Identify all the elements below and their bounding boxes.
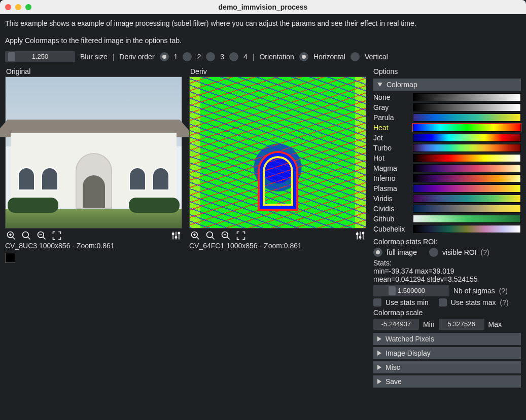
colormap-row-inferno[interactable]: Inferno — [373, 174, 521, 183]
stats-line-1: min=-39.374 max=39.019 — [373, 267, 521, 275]
save-header[interactable]: Save — [373, 375, 521, 388]
colormap-row-none[interactable]: None — [373, 93, 521, 102]
colormap-gradient — [413, 215, 521, 223]
save-label: Save — [385, 377, 402, 386]
colormap-row-parula[interactable]: Parula — [373, 113, 521, 122]
zoom-out-icon[interactable] — [221, 231, 231, 241]
nsigmas-value: 1.500000 — [373, 287, 449, 294]
roi-visible-radio[interactable] — [429, 248, 438, 257]
deriv-order-4-label: 4 — [243, 53, 248, 61]
colormap-row-heat[interactable]: Heat — [373, 123, 521, 132]
intro-line-2: Apply Colormaps to the filtered image in… — [5, 35, 521, 46]
original-toolbar — [5, 228, 182, 242]
orientation-vertical-label: Vertical — [365, 53, 388, 61]
colormap-list: NoneGrayParulaHeatJetTurboHotMagmaInfern… — [373, 93, 521, 234]
colormap-row-jet[interactable]: Jet — [373, 133, 521, 142]
nsigmas-label: Nb of sigmas — [453, 287, 495, 295]
chevron-right-icon — [377, 351, 381, 356]
stats-line-2: mean=0.041294 stdev=3.524155 — [373, 275, 521, 283]
window-title: demo_immvision_process — [0, 3, 526, 11]
blur-size-slider[interactable]: 1.250 — [5, 51, 75, 62]
zoom-in-icon[interactable] — [6, 231, 16, 241]
settings-icon[interactable] — [171, 231, 181, 241]
colormap-gradient — [413, 164, 521, 172]
deriv-order-1-radio[interactable] — [160, 52, 169, 61]
colormap-gradient — [413, 225, 521, 233]
colormap-name: None — [373, 93, 413, 101]
stats-label: Stats: — [373, 259, 521, 267]
watched-pixels-header[interactable]: Watched Pixels — [373, 333, 521, 345]
svg-point-28 — [359, 236, 361, 238]
svg-line-7 — [43, 237, 46, 239]
help-icon[interactable]: (?) — [481, 248, 489, 256]
image-display-label: Image Display — [385, 349, 431, 357]
chevron-right-icon — [377, 336, 381, 341]
colormap-gradient — [413, 93, 521, 101]
roi-label: Colormap stats ROI: — [373, 238, 521, 246]
zoom-reset-icon[interactable] — [205, 231, 216, 241]
orientation-horizontal-radio[interactable] — [299, 52, 308, 61]
colormap-row-turbo[interactable]: Turbo — [373, 143, 521, 152]
blur-size-value: 1.250 — [5, 53, 75, 60]
colormap-row-cubehelix[interactable]: Cubehelix — [373, 224, 521, 234]
colormap-name: Cubehelix — [373, 225, 413, 233]
zoom-in-icon[interactable] — [190, 231, 200, 241]
colormap-section-header[interactable]: Colormap — [373, 79, 521, 91]
image-display-header[interactable]: Image Display — [373, 347, 521, 359]
deriv-order-2-radio[interactable] — [183, 52, 192, 61]
options-panel: Options Colormap NoneGrayParulaHeatJetTu… — [373, 67, 521, 390]
deriv-image[interactable] — [189, 77, 366, 228]
nsigmas-slider[interactable]: 1.500000 — [373, 285, 449, 296]
use-stats-min-check[interactable] — [373, 298, 381, 307]
use-stats-max-check[interactable] — [439, 298, 447, 307]
help-icon[interactable]: (?) — [500, 298, 509, 307]
svg-line-16 — [197, 237, 199, 239]
deriv-pane: Deriv CV_64FC1 1000x856 - Zoom:0.861 — [189, 67, 366, 250]
colormap-gradient — [413, 103, 521, 111]
original-status: CV_8UC3 1000x856 - Zoom:0.861 — [5, 242, 182, 250]
colormap-row-hot[interactable]: Hot — [373, 154, 521, 163]
deriv-order-3-radio[interactable] — [206, 52, 215, 61]
zoom-out-icon[interactable] — [37, 231, 47, 241]
chevron-right-icon — [377, 379, 381, 384]
fit-icon[interactable] — [52, 231, 62, 241]
colormap-row-magma[interactable]: Magma — [373, 164, 521, 173]
svg-point-19 — [207, 232, 213, 238]
colormap-row-viridis[interactable]: Viridis — [373, 194, 521, 203]
original-image[interactable] — [5, 77, 182, 228]
original-pane: Original — [5, 67, 182, 263]
use-stats-min-label: Use stats min — [385, 298, 429, 307]
svg-line-5 — [28, 237, 30, 239]
zoom-reset-icon[interactable] — [21, 231, 31, 241]
deriv-order-3-label: 3 — [220, 53, 224, 61]
deriv-toolbar — [189, 228, 366, 242]
colormap-gradient — [413, 195, 521, 203]
separator-icon: | — [113, 53, 115, 61]
deriv-order-4-radio[interactable] — [229, 52, 238, 61]
colormap-name: Cividis — [373, 205, 413, 213]
svg-point-13 — [175, 236, 177, 238]
help-icon[interactable]: (?) — [499, 287, 508, 295]
orientation-label: Orientation — [259, 53, 294, 61]
deriv-status: CV_64FC1 1000x856 - Zoom:0.861 — [189, 242, 366, 250]
colormap-gradient — [413, 154, 521, 162]
svg-point-14 — [178, 232, 180, 234]
colormap-row-gray[interactable]: Gray — [373, 103, 521, 112]
misc-header[interactable]: Misc — [373, 361, 521, 373]
colormap-gradient — [413, 113, 521, 122]
fit-icon[interactable] — [236, 231, 246, 241]
colormap-name: Parula — [373, 113, 413, 122]
colormap-gradient — [413, 144, 521, 152]
settings-icon[interactable] — [355, 231, 365, 241]
colormap-row-cividis[interactable]: Cividis — [373, 204, 521, 213]
scale-min-input[interactable]: -5.244937 — [373, 319, 419, 330]
orientation-vertical-radio[interactable] — [350, 52, 360, 61]
scale-max-input[interactable]: 5.327526 — [439, 319, 484, 330]
roi-visible-label: visible ROI — [442, 248, 477, 256]
colormap-gradient — [413, 184, 521, 193]
colormap-row-plasma[interactable]: Plasma — [373, 184, 521, 193]
colormap-row-github[interactable]: Github — [373, 214, 521, 223]
svg-line-1 — [13, 237, 15, 239]
roi-full-image-radio[interactable] — [373, 248, 382, 257]
svg-point-12 — [172, 233, 174, 235]
